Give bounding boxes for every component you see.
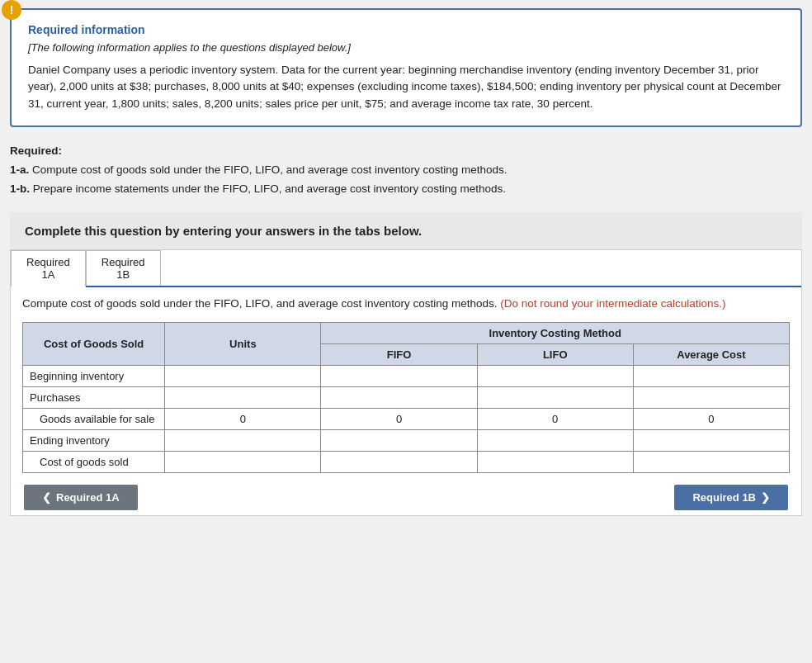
row-1-fifo-cell[interactable] (321, 386, 477, 408)
row-1-avg-cell[interactable] (633, 386, 789, 408)
col-header-units: Units (165, 322, 321, 365)
prev-arrow-icon (42, 491, 51, 504)
tab-description: Compute cost of goods sold under the FIF… (22, 296, 790, 312)
row-0-lifo-cell[interactable] (477, 365, 633, 386)
table-row: Ending inventory (23, 429, 790, 451)
row-0-avg-cell[interactable] (633, 365, 789, 386)
row-4-avg-cell[interactable] (633, 451, 789, 472)
row-0-units-input[interactable] (172, 370, 314, 382)
row-3-fifo-cell[interactable] (321, 429, 477, 451)
required-label: Required: (10, 142, 802, 161)
tabs-row: Required 1A Required 1B (11, 250, 801, 287)
row-2-units-cell: 0 (165, 408, 321, 429)
exclamation-icon: ! (2, 0, 21, 20)
cogs-table: Cost of Goods Sold Units Inventory Costi… (22, 322, 790, 473)
row-4-lifo-input[interactable] (484, 456, 626, 468)
table-row: Purchases (23, 386, 790, 408)
row-2-fifo-cell: 0 (321, 408, 477, 429)
info-box-title: Required information (28, 23, 784, 36)
req-1b-bold: 1-b. (10, 182, 30, 195)
row-4-avg-input[interactable] (640, 456, 782, 468)
next-button[interactable]: Required 1B (674, 485, 788, 510)
info-box-body: Daniel Company uses a periodic inventory… (28, 62, 784, 112)
tab-1b-line2: 1B (116, 268, 130, 281)
req-1a-text: Compute cost of goods sold under the FIF… (32, 163, 508, 176)
required-1a: 1-a. Compute cost of goods sold under th… (10, 161, 802, 180)
row-4-fifo-input[interactable] (328, 456, 470, 468)
tab-1b-line1: Required (102, 256, 145, 268)
row-4-units-input[interactable] (172, 456, 314, 468)
prev-button[interactable]: Required 1A (24, 485, 138, 510)
tab-1a-line1: Required (26, 256, 70, 268)
row-0-fifo-cell[interactable] (321, 365, 477, 386)
info-box-italic: [The following information applies to th… (28, 41, 784, 54)
required-1b: 1-b. Prepare income statements under the… (10, 180, 802, 199)
row-3-fifo-input[interactable] (328, 434, 470, 447)
row-0-units-cell[interactable] (165, 365, 321, 386)
col-header-cogs: Cost of Goods Sold (23, 322, 165, 365)
row-3-avg-cell[interactable] (633, 429, 789, 451)
next-button-label: Required 1B (692, 491, 756, 504)
col-header-lifo: LIFO (477, 343, 633, 365)
tab-desc-text: Compute cost of goods sold under the FIF… (22, 297, 498, 310)
col-header-fifo: FIFO (321, 343, 477, 365)
row-1-label: Purchases (23, 386, 165, 408)
tabs-section: Required 1A Required 1B Compute cost of … (10, 249, 802, 516)
info-box: ! Required information [The following in… (10, 8, 802, 127)
row-1-lifo-cell[interactable] (477, 386, 633, 408)
row-1-lifo-input[interactable] (484, 391, 626, 404)
row-4-label: Cost of goods sold (23, 451, 165, 472)
row-3-units-cell[interactable] (165, 429, 321, 451)
row-0-lifo-input[interactable] (484, 370, 626, 382)
row-0-fifo-input[interactable] (328, 370, 470, 382)
tab-1a-line2: 1A (41, 268, 54, 281)
row-1-units-input[interactable] (172, 391, 314, 404)
nav-buttons: Required 1A Required 1B (22, 485, 790, 510)
row-4-lifo-cell[interactable] (477, 451, 633, 472)
row-4-fifo-cell[interactable] (321, 451, 477, 472)
row-3-avg-input[interactable] (640, 434, 782, 447)
col-header-avg: Average Cost (633, 343, 789, 365)
prev-button-label: Required 1A (56, 491, 120, 504)
tab-content-area: Compute cost of goods sold under the FIF… (11, 287, 801, 515)
row-2-label: Goods available for sale (23, 408, 165, 429)
row-1-units-cell[interactable] (165, 386, 321, 408)
complete-box: Complete this question by entering your … (10, 212, 802, 249)
row-1-avg-input[interactable] (640, 391, 782, 404)
required-section: Required: 1-a. Compute cost of goods sol… (10, 142, 802, 199)
tab-desc-highlight: (Do not round your intermediate calculat… (500, 297, 725, 310)
next-arrow-icon (761, 491, 770, 504)
row-3-lifo-cell[interactable] (477, 429, 633, 451)
req-1a-bold: 1-a. (10, 163, 29, 176)
col-header-method-span: Inventory Costing Method (321, 322, 790, 343)
row-0-label: Beginning inventory (23, 365, 165, 386)
table-header-row: Cost of Goods Sold Units Inventory Costi… (23, 322, 790, 343)
row-2-lifo-cell: 0 (477, 408, 633, 429)
page-container: ! Required information [The following in… (10, 8, 802, 516)
row-3-lifo-input[interactable] (484, 434, 626, 447)
table-row: Goods available for sale 0 0 0 0 (23, 408, 790, 429)
req-1b-text: Prepare income statements under the FIFO… (33, 182, 506, 195)
row-4-units-cell[interactable] (165, 451, 321, 472)
tab-required-1b[interactable]: Required 1B (86, 250, 161, 286)
row-1-fifo-input[interactable] (328, 391, 470, 404)
row-3-units-input[interactable] (172, 434, 314, 447)
tab-required-1a[interactable]: Required 1A (11, 250, 86, 287)
table-row: Cost of goods sold (23, 451, 790, 472)
row-2-avg-cell: 0 (633, 408, 789, 429)
row-3-label: Ending inventory (23, 429, 165, 451)
row-0-avg-input[interactable] (640, 370, 782, 382)
table-row: Beginning inventory (23, 365, 790, 386)
